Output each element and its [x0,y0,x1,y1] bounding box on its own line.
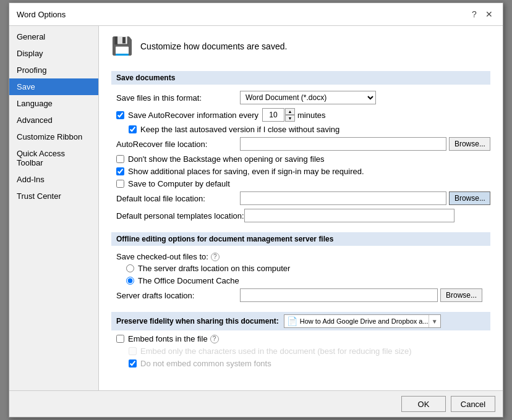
default-local-path-input[interactable]: D:\Users\Andre\Documents\ [240,191,446,205]
save-icon: 💾 [111,36,133,56]
embed-only-label: Embed only the characters used in the do… [140,346,412,356]
preserve-fidelity-select[interactable]: 📄 How to Add Google Drive and Dropbox a.… [284,314,441,328]
embed-fonts-checkbox[interactable] [116,335,124,343]
save-documents-section: Save documents Save files in this format… [111,71,490,222]
dont-show-backstage-checkbox[interactable] [116,155,124,163]
word-options-dialog: Word Options ? ✕ General Display Proofin… [9,2,503,418]
spinner-down[interactable]: ▼ [285,115,295,122]
help-icon-embed-fonts[interactable]: ? [210,335,219,343]
server-drafts-label: Server drafts location: [116,291,240,300]
minutes-text: minutes [297,111,326,120]
autorecover-location-row: AutoRecover file location: D:\Users\Andr… [111,137,490,151]
sidebar-item-general[interactable]: General [9,28,98,45]
default-templates-label: Default personal templates location: [116,211,244,220]
header-text: Customize how documents are saved. [140,41,287,51]
do-not-embed-row: Do not embed common system fonts [111,359,490,368]
save-documents-title: Save documents [111,71,490,85]
dialog-body: General Display Proofing Save Language A… [9,26,503,390]
server-drafts-row: Server drafts location: D:\Users\Andre\D… [111,288,490,302]
embed-fonts-label: Embed fonts in the file [128,334,208,343]
embed-only-checkbox[interactable] [129,347,137,355]
radio-office-cache-row: The Office Document Cache [111,276,490,285]
sidebar-item-display[interactable]: Display [9,45,98,62]
preserve-fidelity-section: Preserve fidelity when sharing this docu… [111,312,490,368]
cancel-button[interactable]: Cancel [451,396,495,412]
sidebar-item-customize-ribbon[interactable]: Customize Ribbon [9,128,98,145]
radio-office-cache[interactable] [126,277,134,285]
radio-server-label: The server drafts location on this compu… [138,264,290,273]
autorecover-minutes-input[interactable]: 10 [262,108,284,122]
title-bar: Word Options ? ✕ [9,3,503,26]
offline-editing-title: Offline editing options for document man… [111,232,490,246]
browse3-button[interactable]: Browse... [440,288,482,302]
format-label: Save files in this format: [116,93,240,103]
default-templates-row: Default personal templates location: [111,209,490,222]
help-icon-checked-out[interactable]: ? [211,253,220,261]
browse1-button[interactable]: Browse... [449,137,490,151]
preserve-dropdown-arrow[interactable]: ▼ [429,315,438,327]
doc-icon: 📄 [287,316,297,326]
browse2-button[interactable]: Browse... [449,191,490,205]
show-additional-label: Show additional places for saving, even … [128,167,364,176]
autorecover-path-input[interactable]: D:\Users\Andre\AppData\Roaming\Microsoft… [240,137,446,151]
sidebar-item-save[interactable]: Save [9,78,98,95]
close-button[interactable]: ✕ [483,8,495,20]
show-additional-row: Show additional places for saving, even … [111,167,490,176]
radio-cache-label: The Office Document Cache [138,276,239,285]
sidebar: General Display Proofing Save Language A… [9,26,99,390]
ok-button[interactable]: OK [401,396,446,412]
spinner-up[interactable]: ▲ [285,108,295,115]
embed-fonts-row: Embed fonts in the file ? [111,334,490,343]
help-button[interactable]: ? [468,8,480,20]
dialog-title: Word Options [17,10,66,19]
sidebar-item-add-ins[interactable]: Add-Ins [9,171,98,188]
preserve-fidelity-label: Preserve fidelity when sharing this docu… [116,317,279,326]
do-not-embed-label: Do not embed common system fonts [140,359,271,368]
format-select[interactable]: Word Document (*.docx) [240,91,376,104]
save-checked-out-label-row: Save checked-out files to: ? [111,252,490,261]
embed-only-row: Embed only the characters used in the do… [111,346,490,356]
dialog-footer: OK Cancel [9,390,503,417]
default-local-row: Default local file location: D:\Users\An… [111,191,490,205]
save-to-computer-row: Save to Computer by default [111,179,490,188]
server-drafts-path-input[interactable]: D:\Users\Andre\Documents\SharePoint Draf… [240,288,438,302]
keep-autosaved-checkbox[interactable] [129,125,137,133]
preserve-doc-name: How to Add Google Drive and Dropbox a... [300,317,429,325]
sidebar-item-trust-center[interactable]: Trust Center [9,188,98,204]
content-header: 💾 Customize how documents are saved. [111,36,490,61]
autorecover-label: Save AutoRecover information every [128,111,258,120]
save-to-computer-label: Save to Computer by default [128,179,230,188]
save-checked-out-label: Save checked-out files to: [116,252,208,261]
dont-show-backstage-label: Don't show the Backstage when opening or… [128,154,325,164]
sidebar-item-advanced[interactable]: Advanced [9,112,98,128]
save-to-computer-checkbox[interactable] [116,180,124,188]
offline-editing-section: Offline editing options for document man… [111,232,490,302]
autorecover-row: Save AutoRecover information every 10 ▲ … [111,108,490,122]
autorecover-location-label: AutoRecover file location: [116,140,240,149]
preserve-fidelity-header: Preserve fidelity when sharing this docu… [111,312,490,330]
dont-show-backstage-row: Don't show the Backstage when opening or… [111,154,490,164]
radio-server-drafts[interactable] [126,264,134,272]
sidebar-item-quick-access[interactable]: Quick Access Toolbar [9,145,98,171]
minutes-spinner[interactable]: ▲ ▼ [285,108,295,122]
autorecover-checkbox[interactable] [116,111,124,119]
do-not-embed-checkbox[interactable] [129,359,137,368]
format-row: Save files in this format: Word Document… [111,91,490,104]
default-templates-input[interactable] [244,209,454,222]
show-additional-checkbox[interactable] [116,167,124,175]
keep-autosaved-row: Keep the last autosaved version if I clo… [111,125,490,134]
radio-server-drafts-row: The server drafts location on this compu… [111,264,490,273]
title-bar-controls: ? ✕ [468,8,495,20]
keep-autosaved-label: Keep the last autosaved version if I clo… [140,125,339,134]
content-panel: 💾 Customize how documents are saved. Sav… [99,26,503,390]
sidebar-item-proofing[interactable]: Proofing [9,62,98,78]
sidebar-item-language[interactable]: Language [9,95,98,112]
default-local-label: Default local file location: [116,194,240,203]
